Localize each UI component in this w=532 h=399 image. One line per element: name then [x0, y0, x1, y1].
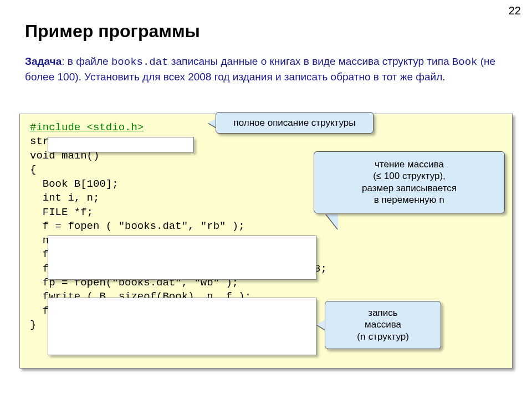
- code-close: }: [30, 319, 36, 331]
- code-decl1: Book B[100];: [30, 178, 119, 190]
- frame-write-block: [48, 298, 316, 355]
- code-panel: #include <stdio.h> struct Book { … }; vo…: [19, 114, 513, 369]
- code-fopen-rb: f = fopen ( "books.dat", "rb" );: [30, 220, 245, 232]
- code-include: #include <stdio.h>: [30, 121, 144, 134]
- callout-tail-1: [208, 119, 216, 127]
- c2-line1: чтение массива: [323, 158, 495, 170]
- callout-read-array: чтение массива (≤ 100 структур), размер …: [314, 151, 505, 213]
- code-decl2: int i, n;: [30, 192, 99, 204]
- code-open: {: [30, 163, 36, 176]
- task-t1: : в файле: [62, 55, 111, 67]
- c2-line4: в переменную n: [323, 194, 495, 206]
- slide-title: Пример программы: [25, 21, 200, 42]
- task-label: Задача: [25, 55, 62, 67]
- callout-struct-desc: полное описание структуры: [216, 112, 374, 134]
- c3-line1: запись: [333, 307, 433, 319]
- task-text: Задача: в файле books.dat записаны данны…: [25, 54, 507, 84]
- task-file: books.dat: [111, 56, 168, 68]
- frame-struct-book: [48, 137, 194, 152]
- callout-write-array: запись массива (n структур): [325, 301, 441, 349]
- code-decl3: FILE *f;: [30, 206, 93, 218]
- c3-line3: (n структур): [333, 331, 433, 343]
- frame-read-block: [48, 236, 316, 280]
- c2-line3: размер записывается: [323, 182, 495, 194]
- task-type: Book: [452, 56, 478, 68]
- task-t2: записаны данные о книгах в виде массива …: [168, 55, 452, 67]
- callout-tail-2: [326, 214, 338, 229]
- page-number: 22: [509, 4, 521, 17]
- c2-line2: (≤ 100 структур),: [323, 170, 495, 182]
- c3-line2: массива: [333, 319, 433, 330]
